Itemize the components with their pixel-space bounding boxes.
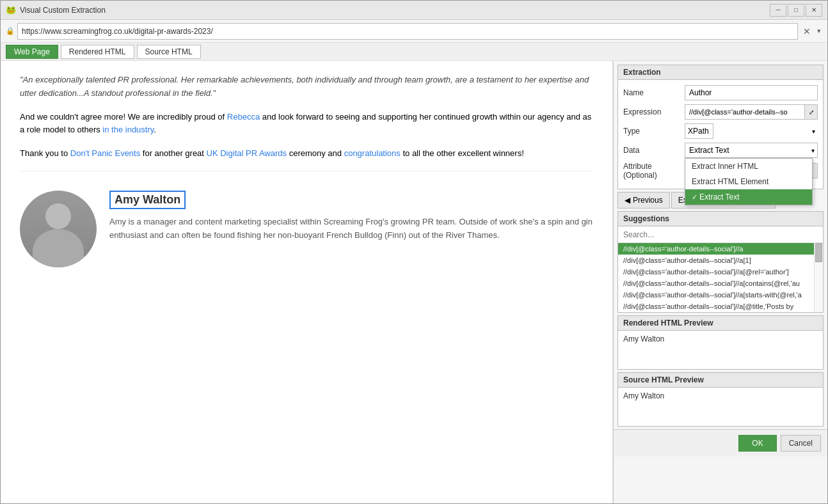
url-input[interactable] xyxy=(17,23,798,40)
extraction-panel: Extraction Name Expression ⤢ xyxy=(613,61,827,503)
author-info: Amy Walton Amy is a manager and content … xyxy=(109,191,593,253)
industry-link[interactable]: in the industry xyxy=(102,125,154,134)
congratulations-link[interactable]: congratulations xyxy=(344,148,401,158)
dropdown-item-extract-inner[interactable]: Extract Inner HTML xyxy=(685,159,812,174)
maximize-button[interactable]: □ xyxy=(788,4,804,17)
addressbar: 🔒 ✕ ▾ xyxy=(1,20,827,43)
suggestion-item-1[interactable]: //div[@class='author-details--social']//… xyxy=(618,255,814,266)
suggestion-scrollbar[interactable] xyxy=(814,243,823,312)
quote-text: "An exceptionally talented PR profession… xyxy=(20,74,593,100)
author-avatar xyxy=(20,191,97,267)
data-select-wrapper: Extract Text ▾ Extract Inner HTML Extrac… xyxy=(685,143,818,158)
ok-button[interactable]: OK xyxy=(738,435,776,452)
bottom-buttons: OK Cancel xyxy=(614,429,827,457)
close-button[interactable]: ✕ xyxy=(806,4,822,17)
suggestion-list: //div[@class='author-details--social']//… xyxy=(618,243,814,312)
suggestions-title: Suggestions xyxy=(618,212,823,226)
closing-start: Thank you to xyxy=(20,148,70,158)
paragraph-text: And we couldn't agree more! We are incre… xyxy=(20,111,593,138)
previous-button[interactable]: ◀ Previous xyxy=(617,192,670,209)
main-window: 🐸 Visual Custom Extraction ─ □ ✕ 🔒 ✕ ▾ W… xyxy=(0,0,828,504)
content-area: "An exceptionally talented PR profession… xyxy=(1,61,827,503)
name-row: Name xyxy=(623,85,818,100)
closing-final: to all the other excellent winners! xyxy=(401,148,524,158)
window-title: Visual Custom Extraction xyxy=(20,6,770,15)
source-preview-content: Amy Walton xyxy=(618,388,823,426)
web-content-panel: "An exceptionally talented PR profession… xyxy=(1,61,613,503)
name-label: Name xyxy=(623,88,681,97)
extraction-section-title: Extraction xyxy=(618,65,823,80)
expression-input-wrapper: ⤢ xyxy=(685,104,818,120)
suggestions-section: Suggestions //div[@class='author-details… xyxy=(617,211,824,313)
name-input[interactable] xyxy=(685,85,818,100)
extraction-form: Name Expression ⤢ Type xyxy=(618,80,823,189)
cancel-button[interactable]: Cancel xyxy=(781,435,821,452)
data-select-arrow: ▾ xyxy=(809,147,817,154)
author-section: Amy Walton Amy is a manager and content … xyxy=(20,171,593,267)
rebecca-link[interactable]: Rebecca xyxy=(227,112,260,122)
clear-url-button[interactable]: ✕ xyxy=(800,26,813,36)
rendered-preview-section: Rendered HTML Preview Amy Walton xyxy=(617,315,824,370)
suggestion-list-wrapper: //div[@class='author-details--social']//… xyxy=(618,243,823,312)
window-controls: ─ □ ✕ xyxy=(770,4,822,17)
data-select-value: Extract Text xyxy=(685,146,809,155)
closing-text: Thank you to Don't Panic Events for anot… xyxy=(20,147,593,161)
data-row: Data Extract Text ▾ Extract Inner HTML E… xyxy=(623,143,818,158)
tab-row: Web Page Rendered HTML Source HTML xyxy=(1,43,827,61)
dropdown-item-extract-element[interactable]: Extract HTML Element xyxy=(685,174,812,189)
data-label: Data xyxy=(623,146,681,155)
type-row: Type XPath CSS Regex xyxy=(623,123,818,139)
tab-source-html[interactable]: Source HTML xyxy=(137,45,201,59)
type-select-wrapper: XPath CSS Regex xyxy=(685,123,818,139)
expression-input[interactable] xyxy=(685,104,805,120)
source-preview-title: Source HTML Preview xyxy=(618,373,823,388)
tab-webpage[interactable]: Web Page xyxy=(6,45,58,59)
type-label: Type xyxy=(623,127,681,136)
suggestions-search[interactable] xyxy=(618,226,823,243)
source-preview-section: Source HTML Preview Amy Walton xyxy=(617,372,824,427)
rendered-preview-content: Amy Walton xyxy=(618,331,823,369)
extraction-section: Extraction Name Expression ⤢ xyxy=(617,65,824,189)
uk-digital-link[interactable]: UK Digital PR Awards xyxy=(207,148,287,158)
scrollbar-thumb xyxy=(815,243,822,262)
suggestion-item-4[interactable]: //div[@class='author-details--social']//… xyxy=(618,289,814,301)
closing-mid: for another great xyxy=(140,148,206,158)
avatar-image xyxy=(20,191,97,267)
rendered-preview-title: Rendered HTML Preview xyxy=(618,316,823,331)
data-dropdown-menu: Extract Inner HTML Extract HTML Element … xyxy=(685,158,813,205)
attribute-label: Attribute (Optional) xyxy=(623,162,681,180)
dropdown-item-extract-text[interactable]: Extract Text xyxy=(685,189,812,205)
expression-row: Expression ⤢ xyxy=(623,104,818,120)
prev-icon: ◀ xyxy=(625,196,630,205)
expression-label: Expression xyxy=(623,107,681,116)
suggestion-item-2[interactable]: //div[@class='author-details--social']//… xyxy=(618,266,814,278)
author-bio: Amy is a manager and content marketing s… xyxy=(109,216,593,242)
paragraph-body: And we couldn't agree more! We are incre… xyxy=(20,112,227,122)
minimize-button[interactable]: ─ xyxy=(770,4,786,17)
suggestion-item-5[interactable]: //div[@class='author-details--social']//… xyxy=(618,301,814,312)
data-select[interactable]: Extract Text ▾ xyxy=(685,143,818,158)
author-name: Amy Walton xyxy=(109,191,186,209)
app-icon: 🐸 xyxy=(6,5,16,15)
suggestion-item-3[interactable]: //div[@class='author-details--social']//… xyxy=(618,278,814,289)
closing-end: ceremony and xyxy=(287,148,344,158)
expression-expand-button[interactable]: ⤢ xyxy=(805,104,818,120)
titlebar: 🐸 Visual Custom Extraction ─ □ ✕ xyxy=(1,1,827,20)
tab-rendered-html[interactable]: Rendered HTML xyxy=(61,45,134,59)
suggestion-item-0[interactable]: //div[@class='author-details--social']//… xyxy=(618,243,814,255)
dont-panic-link[interactable]: Don't Panic Events xyxy=(70,148,140,158)
url-dropdown-button[interactable]: ▾ xyxy=(816,27,822,35)
type-select[interactable]: XPath CSS Regex xyxy=(685,123,713,139)
previous-label: Previous xyxy=(633,196,663,205)
paragraph-body-3: . xyxy=(154,125,156,134)
lock-icon: 🔒 xyxy=(6,27,15,35)
